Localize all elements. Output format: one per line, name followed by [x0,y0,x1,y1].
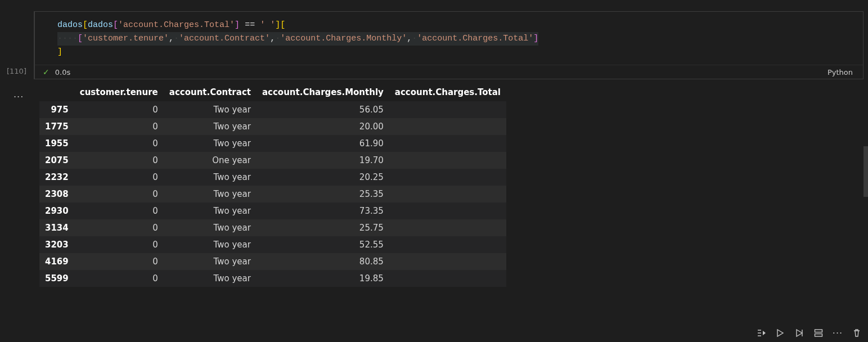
row-index: 3203 [39,236,74,253]
row-index: 1775 [39,118,74,135]
execute-cell-icon[interactable] [775,327,786,339]
execute-above-icon[interactable] [794,327,805,339]
table-row: 31340Two year25.75 [39,219,506,236]
cell-monthly: 25.35 [257,186,389,202]
col-header: customer.tenure [74,84,164,101]
cell-language[interactable]: Python [827,68,857,76]
svg-rect-0 [815,330,822,332]
col-header: account.Charges.Total [389,84,506,101]
table-row: 20750One year19.70 [39,152,506,169]
cell-tenure: 0 [74,118,164,135]
scrollbar-indicator[interactable] [863,146,868,197]
execution-time: 0.0s [55,68,70,76]
row-index: 1955 [39,135,74,152]
cell-monthly: 56.05 [257,101,389,119]
cell-tenure: 0 [74,253,164,270]
cell-total [389,270,506,287]
cell-total [389,186,506,202]
table-row: 19550Two year61.90 [39,135,506,152]
cell-total [389,236,506,253]
cell-contract: Two year [164,270,257,287]
split-cell-icon[interactable] [813,327,824,339]
table-row: 32030Two year52.55 [39,236,506,253]
cell-tenure: 0 [74,219,164,236]
cell-total [389,118,506,135]
row-index: 2075 [39,152,74,169]
code-cell[interactable]: [110] dados[dados['account.Charges.Total… [34,11,863,79]
row-index: 2308 [39,186,74,202]
cell-monthly: 80.85 [257,253,389,270]
more-actions-icon[interactable]: ··· [832,327,843,339]
cell-tenure: 0 [74,152,164,169]
cell-toolbar: ··· [755,327,862,339]
cell-monthly: 61.90 [257,135,389,152]
table-row: 23080Two year25.35 [39,186,506,202]
cell-total [389,135,506,152]
cell-monthly: 73.35 [257,202,389,219]
cell-tenure: 0 [74,202,164,219]
cell-total [389,152,506,169]
cell-monthly: 52.55 [257,236,389,253]
cell-total [389,219,506,236]
cell-tenure: 0 [74,270,164,287]
cell-monthly: 25.75 [257,219,389,236]
svg-rect-1 [815,334,822,337]
cell-monthly: 19.70 [257,152,389,169]
row-index: 4169 [39,253,74,270]
cell-contract: Two year [164,236,257,253]
table-row: 17750Two year20.00 [39,118,506,135]
cell-monthly: 20.00 [257,118,389,135]
cell-status-bar: ✓ 0.0s Python [35,65,863,79]
run-by-line-icon[interactable] [755,327,767,339]
cell-contract: Two year [164,135,257,152]
table-row: 9750Two year56.05 [39,101,506,119]
table-row: 41690Two year80.85 [39,253,506,270]
cell-contract: Two year [164,219,257,236]
cell-tenure: 0 [74,169,164,186]
table-row: 55990Two year19.85 [39,270,506,287]
execution-count: [110] [7,67,26,75]
table-row: 29300Two year73.35 [39,202,506,219]
cell-contract: Two year [164,186,257,202]
row-index: 975 [39,101,74,119]
cell-contract: One year [164,152,257,169]
cell-total [389,169,506,186]
cell-tenure: 0 [74,236,164,253]
cell-contract: Two year [164,253,257,270]
cell-contract: Two year [164,169,257,186]
output-ellipsis-icon[interactable]: ... [14,89,24,100]
check-icon: ✓ [43,68,50,76]
cell-contract: Two year [164,101,257,119]
cell-total [389,202,506,219]
row-index: 2232 [39,169,74,186]
code-variable: dados [57,20,83,30]
cell-total [389,253,506,270]
cell-total [389,101,506,119]
cell-monthly: 20.25 [257,169,389,186]
col-header: account.Charges.Monthly [257,84,389,101]
col-header: account.Contract [164,84,257,101]
table-header-row: customer.tenure account.Contract account… [39,84,506,101]
table-row: 22320Two year20.25 [39,169,506,186]
cell-monthly: 19.85 [257,270,389,287]
cell-contract: Two year [164,202,257,219]
cell-tenure: 0 [74,135,164,152]
cell-tenure: 0 [74,101,164,119]
code-editor[interactable]: dados[dados['account.Charges.Total'] == … [35,12,863,65]
cell-tenure: 0 [74,186,164,202]
delete-cell-icon[interactable] [851,327,862,339]
cell-output: customer.tenure account.Contract account… [39,84,494,287]
row-index: 3134 [39,219,74,236]
row-index: 2930 [39,202,74,219]
index-header [39,84,74,101]
dataframe-table: customer.tenure account.Contract account… [39,84,506,287]
row-index: 5599 [39,270,74,287]
cell-contract: Two year [164,118,257,135]
